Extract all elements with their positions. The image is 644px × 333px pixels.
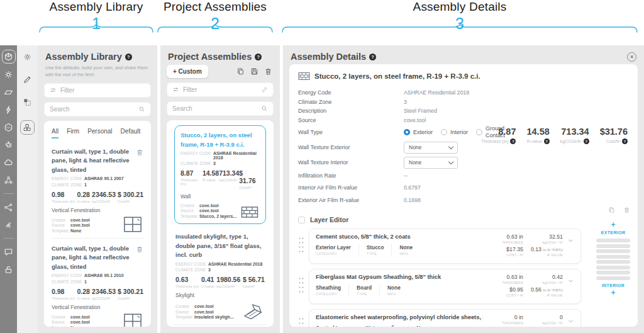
lightning-icon[interactable] xyxy=(0,101,17,118)
chevron-down-icon[interactable] xyxy=(567,237,574,244)
cloud-icon[interactable] xyxy=(0,154,17,171)
help-icon[interactable] xyxy=(622,138,628,144)
stat-label: R-value xyxy=(203,178,219,182)
assembly-card-title: Insulated skylight, type 1, double pane,… xyxy=(175,232,265,260)
primary-sidebar xyxy=(0,45,17,333)
filter-input[interactable] xyxy=(183,86,257,93)
add-exterior-layer-button[interactable]: + xyxy=(611,221,615,229)
layer-bar xyxy=(596,276,630,280)
radio-interior[interactable]: Interior xyxy=(441,129,468,135)
wall-texture-interior-select[interactable]: None xyxy=(404,157,458,169)
assembly-detail-title: Stucco, 2 layers, on steel frame, R-19 +… xyxy=(314,72,480,80)
tab-personal[interactable]: Personal xyxy=(87,128,112,138)
chevron-down-icon[interactable] xyxy=(567,318,574,325)
field-label: Infiltration Rate xyxy=(298,172,404,179)
gear-icon[interactable] xyxy=(23,52,32,62)
stat-value: $ 300.21 xyxy=(118,191,143,198)
sun-icon[interactable] xyxy=(0,65,17,83)
search-input-box[interactable] xyxy=(167,101,274,116)
layer-mfg: None xyxy=(387,285,401,291)
chevron-down-icon[interactable] xyxy=(567,278,574,285)
creator-value: cove.tool xyxy=(70,218,90,222)
water-faucet-icon[interactable] xyxy=(0,136,17,154)
filter-input[interactable] xyxy=(60,87,145,94)
geometry-cube-icon[interactable] xyxy=(0,48,17,65)
delete-icon[interactable] xyxy=(136,149,143,156)
stat-value: 2346.53 xyxy=(92,191,116,198)
copy-icon[interactable] xyxy=(608,206,615,213)
panel-title: Assembly Library xyxy=(45,52,122,62)
assembly-details-card: Stucco, 2 layers, on steel frame, R-19 +… xyxy=(289,64,638,327)
search-input[interactable] xyxy=(172,105,257,112)
search-input-box[interactable] xyxy=(44,102,151,116)
meta-label: Source xyxy=(175,310,194,314)
save-icon[interactable] xyxy=(250,67,258,76)
close-icon[interactable] xyxy=(627,52,636,62)
field-label: Wall Type xyxy=(298,129,404,135)
help-icon[interactable] xyxy=(544,138,550,144)
help-icon[interactable] xyxy=(584,138,589,144)
layer-row: Fiberglass Mat Gypsum Sheathing, 5/8" th… xyxy=(298,269,581,304)
assembly-card[interactable]: Curtain wall, type 1, double pane, light… xyxy=(52,142,143,239)
source-value: cove.tool xyxy=(70,320,90,324)
layer-bar xyxy=(596,255,630,259)
help-icon[interactable] xyxy=(510,138,516,144)
drag-handle-icon[interactable] xyxy=(298,317,304,327)
assembly-card[interactable]: Insulated skylight, type 1, double pane,… xyxy=(174,227,266,325)
column-label: MFG xyxy=(399,252,413,256)
co2-badge-icon[interactable] xyxy=(0,118,17,136)
meta-label: Template xyxy=(175,315,194,319)
filter-input-box[interactable] xyxy=(44,83,151,98)
fan-icon[interactable] xyxy=(0,216,17,234)
stat-label: Cost/ft² xyxy=(118,296,143,300)
assembly-card[interactable]: Low Slope Roofing, EPDM, 60 mils, on ste… xyxy=(174,325,266,327)
drag-handle-icon[interactable] xyxy=(298,276,304,294)
radio-dot[interactable] xyxy=(441,129,447,135)
add-custom-button[interactable]: + Custom xyxy=(167,65,208,78)
radio-exterior[interactable]: Exterior xyxy=(404,129,433,135)
nodes-network-icon[interactable] xyxy=(0,198,17,216)
trash-icon[interactable] xyxy=(264,67,272,76)
add-interior-layer-button[interactable]: + xyxy=(611,289,615,296)
copy-icon[interactable] xyxy=(236,67,245,76)
meta-label: ENERGY CODE xyxy=(175,262,208,266)
stat-value: 0.63 xyxy=(175,276,199,283)
layer-editor-checkbox[interactable] xyxy=(298,217,305,223)
tab-all[interactable]: All xyxy=(52,128,58,138)
stat-label: Thickness (in) xyxy=(52,296,75,300)
assembly-blocks-icon[interactable] xyxy=(20,120,35,135)
wall-texture-exterior-select[interactable]: None xyxy=(404,142,458,154)
assembly-card[interactable]: Curtain wall, type 1, double pane, light… xyxy=(52,239,143,327)
help-icon[interactable] xyxy=(125,54,132,60)
layer-card[interactable]: Fiberglass Mat Gypsum Sheathing, 5/8" th… xyxy=(309,269,581,304)
assembly-category: Vertical Fenestration xyxy=(52,304,143,310)
link-icon[interactable] xyxy=(261,86,268,93)
delete-icon[interactable] xyxy=(136,246,143,253)
field-value: 3 xyxy=(404,99,407,105)
meta-label: Template xyxy=(52,325,70,327)
stat-value: 1980.56 xyxy=(216,276,240,283)
tab-default[interactable]: Default xyxy=(121,128,141,138)
pencil-icon[interactable] xyxy=(23,75,32,84)
layer-card[interactable]: Cement stucco, 5/8" thick, 2 coats Exter… xyxy=(309,229,581,264)
help-icon[interactable] xyxy=(255,54,262,60)
drag-handle-icon[interactable] xyxy=(298,236,304,254)
creator-value: cove.tool xyxy=(199,203,219,208)
molecule-icon[interactable] xyxy=(0,171,17,189)
tab-firm[interactable]: Firm xyxy=(67,128,79,138)
lock-icon[interactable] xyxy=(0,261,17,278)
chat-bubble-icon[interactable] xyxy=(0,243,17,261)
layer-rvalue: 0.56 xyxy=(531,286,541,293)
assembly-card-selected[interactable]: Stucco, 2 layers, on steel frame, R-19 +… xyxy=(174,125,266,224)
trash-icon[interactable] xyxy=(623,206,630,213)
template-value: Insulated skyligh... xyxy=(194,315,234,319)
filter-input-box[interactable] xyxy=(167,82,274,97)
search-input[interactable] xyxy=(50,106,135,113)
floor-plane-icon[interactable] xyxy=(0,83,17,101)
help-icon[interactable] xyxy=(369,54,376,60)
meta-label: Template xyxy=(180,214,199,218)
radio-dot[interactable] xyxy=(404,129,410,135)
meta-label: Creator xyxy=(52,315,70,319)
layer-card[interactable]: Elastomeric sheet waterproofing, polyvin… xyxy=(309,309,581,327)
fill-square-icon[interactable] xyxy=(23,98,32,107)
